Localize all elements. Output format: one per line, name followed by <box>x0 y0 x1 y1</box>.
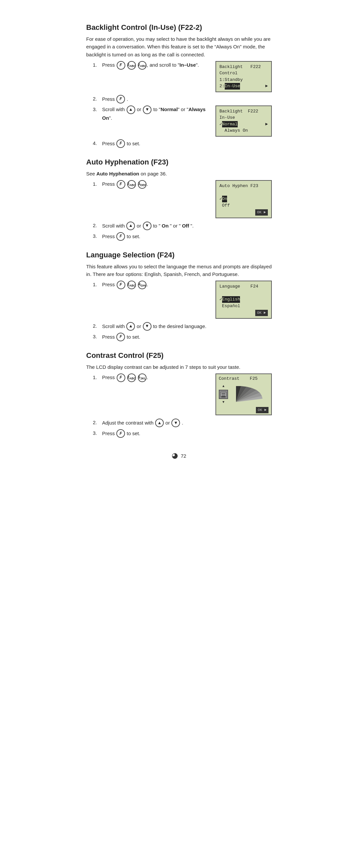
backlight-screen2: Backlight F222 In-Use ✓Normal ► Always O… <box>212 105 272 137</box>
backlight-step3: 3. Scroll with ▲ or ▼ to "Normal" or "Al… <box>93 105 272 137</box>
backlight-step2: 2. Press F. <box>93 95 272 103</box>
language-step1: 1. Press F 2ABC 4GHI. Language F24 ✓Engl… <box>93 281 272 319</box>
btn-f-icon: F <box>117 61 125 70</box>
step-content: Press F 2ABC 3DEF. Auto Hyphen F23 ✓On O… <box>102 180 272 218</box>
lcd-line3: 1:Standby <box>220 76 268 83</box>
lcd-line4: Español <box>220 303 268 309</box>
step-with-screen: Press F 2ABC 3DEF. Auto Hyphen F23 ✓On O… <box>102 180 272 218</box>
step-with-screen: Scroll with ▲ or ▼ to "Normal" or "Alway… <box>102 105 272 137</box>
language-step3: 3. Press F to set. <box>93 333 272 341</box>
btn-down-icon: ▼ <box>143 322 152 331</box>
lcd-line3: ✓English <box>220 296 268 303</box>
always-on-label: Always On <box>102 106 205 121</box>
step-content: Press F 2ABC 2ABC, and scroll to "In–Use… <box>102 61 272 92</box>
lcd-ok: OK ► <box>256 407 268 413</box>
step-content: Press F to set. <box>102 333 272 341</box>
btn-down-icon: ▼ <box>143 222 152 230</box>
step-num: 4. <box>93 139 102 147</box>
lcd-line1: Backlight F222 <box>220 64 268 70</box>
step-content: Scroll with ▲ or ▼ to the desired langua… <box>102 322 272 331</box>
lcd-highlight: In-Use <box>225 83 240 90</box>
language-title: Language Selection (F24) <box>86 251 272 259</box>
step-num: 1. <box>93 180 102 188</box>
step-content: Scroll with ▲ or ▼ to "Normal" or "Alway… <box>102 105 272 137</box>
step-content: Press F to set. <box>102 139 272 148</box>
btn-2abc-icon: 2ABC <box>127 180 136 189</box>
contrast-steps: 1. Press F 2ABC 5JKL. Contrast F25 <box>93 373 272 438</box>
lcd-spacer <box>220 290 268 297</box>
off-label: Off <box>182 222 189 230</box>
normal-label: Normal <box>160 106 178 112</box>
btn-2abc2-icon: 2ABC <box>138 61 147 70</box>
step-num: 2. <box>93 418 102 427</box>
btn-f-icon: F <box>116 95 125 103</box>
autohyphen-step3: 3. Press F to set. <box>93 232 272 241</box>
step-content: Press F. <box>102 95 272 103</box>
lcd-title-line: Contrast F25 <box>219 375 268 382</box>
lcd-spacer <box>220 189 268 196</box>
backlight-screen1: Backlight F222 Control 1:Standby 2:In-Us… <box>212 61 272 92</box>
step-num: 1. <box>93 373 102 381</box>
step-with-screen: Press F 2ABC 5JKL. Contrast F25 ▲ <box>102 373 272 415</box>
lcd-ok: OK ► <box>255 209 268 216</box>
backlight-description: For ease of operation, you may select to… <box>86 35 272 58</box>
step-num: 1. <box>93 61 102 69</box>
btn-f-icon: F <box>116 139 125 148</box>
on-label: On <box>162 222 169 230</box>
autohyphen-step1: 1. Press F 2ABC 3DEF. Auto Hyphen F23 ✓O… <box>93 180 272 218</box>
language-steps: 1. Press F 2ABC 4GHI. Language F24 ✓Engl… <box>93 281 272 341</box>
step-text: Press F 2ABC 3DEF. <box>102 180 212 189</box>
contrast-visual: ▲ ▼ <box>219 382 268 406</box>
autohyphen-screen1: Auto Hyphen F23 ✓On Off OK ► <box>212 180 272 218</box>
backlight-step4: 4. Press F to set. <box>93 139 272 148</box>
lcd-ok: OK ► <box>255 310 268 316</box>
footer-logo-icon: ◕ <box>171 451 179 460</box>
autohyphen-description: See Auto Hyphenation on page 36. <box>86 170 272 178</box>
lcd-ok-row: OK ► <box>220 309 268 316</box>
step-content: Press F 2ABC 5JKL. Contrast F25 ▲ <box>102 373 272 415</box>
lcd-line4: Off <box>220 202 268 209</box>
lcd-line1: Backlight F222 <box>220 108 268 115</box>
language-step2: 2. Scroll with ▲ or ▼ to the desired lan… <box>93 322 272 331</box>
contrast-fan-svg <box>234 386 264 403</box>
btn-5jkl-icon: 5JKL <box>138 373 147 382</box>
step-text: Scroll with ▲ or ▼ to "Normal" or "Alway… <box>102 105 212 122</box>
step-text: Press F 2ABC 4GHI. <box>102 281 212 289</box>
autohyphen-steps: 1. Press F 2ABC 3DEF. Auto Hyphen F23 ✓O… <box>93 180 272 241</box>
btn-up-icon: ▲ <box>127 105 135 114</box>
lcd-ok-row: OK ► <box>219 406 268 413</box>
language-section: Language Selection (F24) This feature al… <box>86 251 272 341</box>
backlight-section: Backlight Control (In-Use) (F22-2) For e… <box>86 23 272 148</box>
btn-2abc-icon: 2ABC <box>127 61 136 70</box>
btn-down-icon: ▼ <box>143 105 152 114</box>
lcd-line3: ✓On <box>220 196 268 202</box>
step-content: Adjust the contrast with ▲ or ▼. <box>102 418 272 427</box>
btn-down-icon: ▼ <box>171 418 180 427</box>
backlight-steps: 1. Press F 2ABC 2ABC, and scroll to "In–… <box>93 61 272 148</box>
language-screen1: Language F24 ✓English Español OK ► <box>212 281 272 319</box>
step-text: Press F 2ABC 5JKL. <box>102 373 216 382</box>
lcd-highlight: English <box>222 296 240 303</box>
autohyphen-step2: 2. Scroll with ▲ or ▼ to "On" or "Off". <box>93 222 272 230</box>
btn-2abc-icon: 2ABC <box>127 281 136 289</box>
btn-up-icon: ▲ <box>126 322 135 331</box>
lcd-line1: Auto Hyphen F23 <box>220 183 268 189</box>
lcd-line4: Always On <box>220 127 268 134</box>
in-use-label: In–Use <box>180 62 196 68</box>
btn-up-icon: ▲ <box>126 222 135 230</box>
lcd-line1: Language F24 <box>220 283 268 290</box>
step-content: Press F to set. <box>102 429 272 438</box>
step-num: 2. <box>93 322 102 330</box>
step-num: 3. <box>93 333 102 341</box>
step-with-screen: Press F 2ABC 2ABC, and scroll to "In–Use… <box>102 61 272 92</box>
lcd-highlight: On <box>222 196 227 202</box>
lcd-ok-row: OK ► <box>220 209 268 216</box>
btn-f-icon: F <box>116 333 125 341</box>
contrast-title: Contrast Control (F25) <box>86 351 272 360</box>
lcd-highlight: Normal <box>222 121 238 128</box>
contrast-section: Contrast Control (F25) The LCD display c… <box>86 351 272 438</box>
autohyphen-section: Auto Hyphenation (F23) See Auto Hyphenat… <box>86 158 272 241</box>
backlight-title: Backlight Control (In-Use) (F22-2) <box>86 23 272 32</box>
btn-3def-icon: 3DEF <box>138 180 147 189</box>
lcd-line3: ✓Normal ► <box>220 121 268 128</box>
